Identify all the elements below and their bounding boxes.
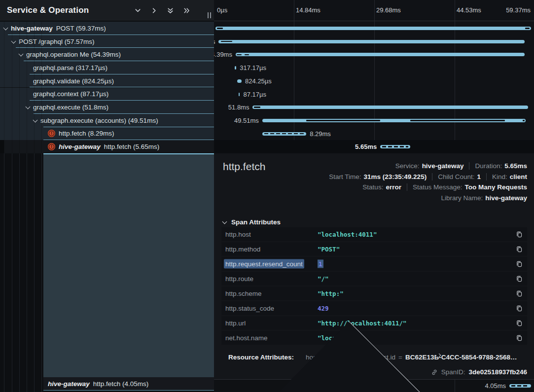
span-duration-bar[interactable] <box>236 53 525 56</box>
meta-value: 31ms (23:35:49.225) <box>364 173 427 180</box>
child-span-dashes <box>511 385 529 387</box>
self-time-tick <box>523 120 525 121</box>
divider <box>407 183 407 191</box>
tree-row[interactable]: graphql.context (87.17µs) <box>0 88 214 101</box>
attribute-value: 429 <box>318 305 329 312</box>
duration-label: 317.17µs <box>240 61 266 74</box>
link-icon[interactable] <box>431 369 438 376</box>
attribute-value: "http:" <box>318 290 344 297</box>
panel-resize-handle-icon[interactable] <box>208 12 211 18</box>
span-label: subgraph.execute (accounts) (49.51ms) <box>40 117 158 124</box>
tree-row[interactable]: subgraph.execute (accounts) (49.51ms) <box>0 114 214 127</box>
tree-row[interactable]: graphql.validate (824.25µs) <box>0 74 214 88</box>
attribute-row: http.scheme"http:" <box>221 286 527 300</box>
span-id-label: SpanID: <box>441 368 465 376</box>
error-icon <box>48 130 55 137</box>
span-label: graphql.validate (824.25µs) <box>33 77 114 85</box>
attribute-row: http.url"http://localhost:4011/" <box>221 316 527 330</box>
trace-viewer-app: Service & Operation hive-gatewayPOST (59… <box>0 0 534 392</box>
double-chevron-right-icon[interactable] <box>182 6 191 15</box>
span-label: http.fetch (8.29ms) <box>59 130 114 137</box>
axis-tick: 59.37ms <box>506 6 531 14</box>
equals-sign: = <box>398 354 402 361</box>
span-duration-bar[interactable] <box>509 384 531 388</box>
copy-icon[interactable] <box>516 246 523 252</box>
copy-icon[interactable] <box>516 231 523 238</box>
tree-row[interactable]: graphql.operation Me (54.39ms) <box>0 48 214 61</box>
expander[interactable] <box>34 119 40 122</box>
span-duration-bar[interactable] <box>218 40 525 43</box>
span-title: http.fetch <box>223 161 265 173</box>
chevron-down-icon[interactable] <box>3 25 8 30</box>
timeline-rows: 57.57ms54.39ms317.17µs824.25µs87.17µs51.… <box>214 22 534 153</box>
tree-row[interactable]: hive-gatewayPOST (59.37ms) <box>0 22 214 35</box>
span-duration-bar[interactable] <box>215 27 531 30</box>
meta-label: Service: <box>395 162 420 170</box>
expander[interactable] <box>12 40 19 43</box>
span-attributes-header[interactable]: Span Attributes <box>223 218 281 226</box>
tree-header-title: Service & Operation <box>7 5 89 15</box>
tree-header: Service & Operation <box>0 0 214 21</box>
span-duration-bar[interactable] <box>380 145 410 148</box>
span-label: graphql.parse (317.17µs) <box>33 64 107 71</box>
span-duration-bar[interactable] <box>262 119 526 122</box>
chevron-down-icon[interactable] <box>11 38 16 43</box>
attribute-key: http.host <box>224 230 252 239</box>
tree-row[interactable]: hive-gatewayhttp.fetch (5.65ms) <box>0 140 214 153</box>
meta-label: Status: <box>362 183 383 191</box>
span-duration-bar[interactable] <box>252 106 528 109</box>
chevron-right-icon[interactable] <box>123 127 214 141</box>
copy-icon[interactable] <box>516 305 523 312</box>
copy-icon[interactable] <box>516 290 523 297</box>
span-duration-bar[interactable] <box>237 79 242 83</box>
double-chevron-down-icon[interactable] <box>166 6 175 15</box>
bottom-tree-row[interactable]: hive-gatewayhttp.fetch (4.05ms) <box>0 377 214 391</box>
attribute-row: net.host.name"localhost" <box>221 331 527 345</box>
indent-guides-lower <box>0 153 43 392</box>
span-tree-panel: Service & Operation hive-gatewayPOST (59… <box>0 0 214 392</box>
span-duration-bar[interactable] <box>239 93 240 96</box>
meta-value: hive-gateway <box>422 162 464 170</box>
chevron-down-icon[interactable] <box>133 6 142 15</box>
service-name: hive-gateway <box>48 380 90 388</box>
copy-icon[interactable] <box>516 275 523 282</box>
meta-label: Child Count: <box>438 173 474 180</box>
resource-attribute-value: BC62E13B-C4CC-5854-9788-2568… <box>405 354 517 361</box>
self-time-tick <box>410 120 505 121</box>
attribute-row: http.request.resend_count1 <box>221 257 527 271</box>
chevron-down-icon[interactable] <box>33 117 38 122</box>
span-label: POST /graphql (57.57ms) <box>19 38 95 45</box>
divider <box>486 173 487 180</box>
expander[interactable] <box>4 27 11 30</box>
copy-icon[interactable] <box>516 260 523 267</box>
axis-tick: 44.53ms <box>457 6 481 14</box>
chevron-down-icon[interactable] <box>26 105 31 109</box>
span-duration-bar[interactable] <box>235 66 236 70</box>
attribute-value: "http://localhost:4011/" <box>318 320 407 327</box>
bottom-row-content: hive-gatewayhttp.fetch (4.05ms) <box>0 377 214 390</box>
self-time-tick <box>221 41 233 42</box>
span-duration-bar[interactable] <box>262 132 306 136</box>
attribute-key: http.route <box>224 274 255 284</box>
child-span-dashes <box>264 133 304 135</box>
expander[interactable] <box>26 106 33 108</box>
attribute-row: http.route"/" <box>221 272 527 285</box>
span-meta: Service:hive-gatewayDuration:5.65msStart… <box>329 162 527 202</box>
tree-row[interactable]: http.fetch (8.29ms) <box>0 127 214 141</box>
chevron-right-icon[interactable] <box>149 6 159 15</box>
meta-value: 5.65ms <box>504 162 527 170</box>
meta-label: Status Message: <box>413 183 463 191</box>
tree-row[interactable]: graphql.execute (51.8ms) <box>0 101 214 114</box>
tree-row[interactable]: POST /graphql (57.57ms) <box>0 35 214 48</box>
chevron-down-icon[interactable] <box>19 52 24 57</box>
timeline-panel: 0µs 14.84ms 29.68ms 44.53ms 59.37ms 57.5… <box>214 0 534 392</box>
meta-value: Too Many Requests <box>464 183 527 191</box>
copy-icon[interactable] <box>516 334 523 341</box>
attribute-key: http.method <box>224 245 262 254</box>
tree-row[interactable]: graphql.parse (317.17µs) <box>0 61 214 74</box>
expander[interactable] <box>19 53 26 56</box>
attribute-row: http.method"POST" <box>221 242 527 256</box>
span-detail-panel: http.fetch Service:hive-gatewayDuration:… <box>214 153 534 379</box>
copy-icon[interactable] <box>516 320 523 326</box>
meta-value: error <box>386 183 401 191</box>
